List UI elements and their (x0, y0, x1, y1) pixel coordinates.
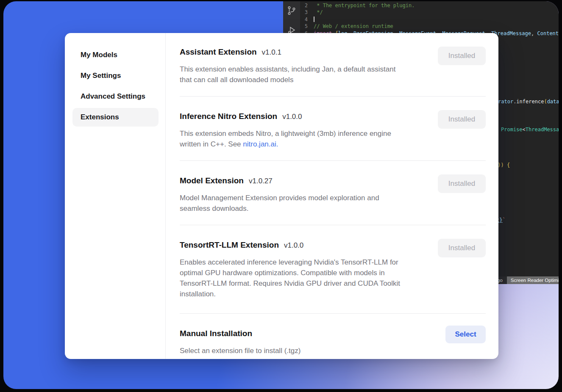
code-token: )) (498, 162, 507, 168)
code-token: */ (314, 9, 323, 16)
code-line: 3 */ (300, 9, 559, 16)
extension-name: TensortRT-LLM Extension (180, 240, 279, 250)
code-token: { (507, 162, 510, 168)
description-text: installation. (180, 290, 216, 298)
extension-version: v1.0.27 (249, 177, 273, 185)
sidebar-item-advanced-settings[interactable]: Advanced Settings (72, 87, 159, 106)
description-text: Select an extension file to install (.tg… (180, 347, 300, 355)
code-lines: 2 * The entrypoint for the plugin.3 */45… (300, 2, 559, 37)
code-token: data (547, 99, 559, 105)
extension-version: v1.0.0 (282, 113, 302, 121)
description-text: Enables accelerated inference leveraging… (180, 258, 398, 266)
installed-button[interactable]: Installed (438, 174, 486, 193)
extension-version: v1.0.0 (284, 241, 303, 250)
description-text: This extension enables assistants, inclu… (180, 65, 395, 73)
source-control-icon[interactable] (287, 6, 297, 16)
sidebar-item-my-settings[interactable]: My Settings (72, 66, 159, 85)
extension-name: Manual Installation (180, 329, 252, 338)
code-token: ContentType (537, 30, 559, 37)
line-number: 5 (300, 23, 314, 30)
code-token: , (531, 30, 537, 37)
description-text: TensorRT-LLM format. Requires Nvidia GPU… (180, 279, 400, 287)
select-button[interactable]: Select (445, 326, 486, 343)
extension-description: This extension embeds Nitro, a lightweig… (180, 128, 434, 149)
code-token: inference (516, 99, 544, 105)
description-text: Model Management Extension provides mode… (180, 194, 379, 202)
description-text: written in C++. See (180, 140, 243, 148)
code-token: rator (498, 99, 513, 105)
code-line: 5// Web / extension runtime (300, 23, 559, 30)
nitro-jan-ai-link[interactable]: nitro.jan.ai. (243, 140, 278, 148)
installed-button[interactable]: Installed (438, 47, 486, 65)
code-token: * The entrypoint for the plugin. (314, 2, 415, 9)
extension-name: Assistant Extension (180, 47, 257, 57)
code-line: 2 * The entrypoint for the plugin. (300, 2, 559, 9)
extension-name: Inference Nitro Extension (180, 112, 277, 121)
description-text: seamless downloads. (180, 204, 249, 213)
code-fragment: rator.inference(data)); (498, 99, 559, 105)
code-token: Promise (501, 127, 523, 133)
extension-description: Select an extension file to install (.tg… (180, 345, 434, 356)
code-token: // Web / extension runtime (314, 23, 393, 30)
description-text: optimal GPU hardware optimizations. Comp… (180, 269, 385, 277)
description-text: that can call all downloaded models (180, 76, 293, 84)
description-text: This extension embeds Nitro, a lightweig… (180, 130, 391, 138)
sidebar-item-my-models[interactable]: My Models (72, 46, 159, 64)
line-number: 3 (300, 9, 314, 16)
line-number: 4 (300, 16, 314, 23)
extension-row: Assistant Extensionv1.0.1This extension … (180, 33, 486, 97)
extension-description: Model Management Extension provides mode… (180, 193, 434, 214)
extension-description: Enables accelerated inference leveraging… (180, 257, 434, 299)
sidebar-item-extensions[interactable]: Extensions (72, 108, 159, 127)
code-token: < (523, 127, 526, 133)
installed-button[interactable]: Installed (438, 110, 486, 129)
code-token: ` (502, 217, 505, 223)
extensions-list: Assistant Extensionv1.0.1This extension … (166, 33, 498, 359)
screen-reader-badge[interactable]: Screen Reader Optimized (507, 276, 559, 284)
extension-row: Model Extensionv1.0.27Model Management E… (180, 161, 486, 225)
text-cursor (314, 17, 314, 22)
installed-button[interactable]: Installed (438, 239, 486, 257)
modal-sidebar: My ModelsMy SettingsAdvanced SettingsExt… (65, 33, 166, 359)
code-fragment: Promise<ThreadMessage> (501, 127, 559, 133)
extension-name: Model Extension (180, 176, 244, 185)
code-token: ThreadMessage (526, 127, 559, 133)
settings-modal: My ModelsMy SettingsAdvanced SettingsExt… (65, 33, 498, 359)
extension-row: Inference Nitro Extensionv1.0.0This exte… (180, 97, 486, 161)
extension-description: This extension enables assistants, inclu… (180, 64, 434, 85)
code-token: ( (544, 99, 547, 105)
extension-row: TensortRT-LLM Extensionv1.0.0Enables acc… (180, 225, 486, 314)
line-number: 2 (300, 2, 314, 9)
desktop-screen: 2 * The entrypoint for the plugin.3 */45… (3, 1, 559, 389)
extension-version: v1.0.1 (262, 48, 281, 57)
manual-installation-row: Manual InstallationSelect an extension f… (180, 314, 486, 356)
code-line: 4 (300, 16, 559, 23)
